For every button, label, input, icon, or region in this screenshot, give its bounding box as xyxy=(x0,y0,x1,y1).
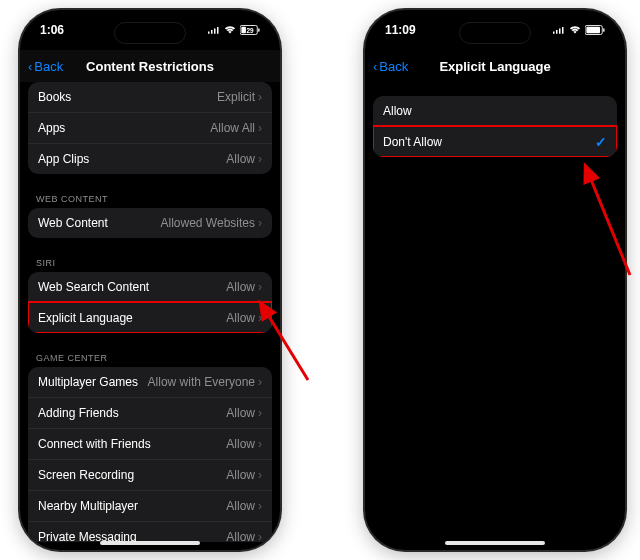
signal-icon xyxy=(208,25,220,35)
battery-icon xyxy=(585,25,605,35)
header-web-content: WEB CONTENT xyxy=(20,184,280,208)
phone-explicit-language: 11:09 ‹ Back Explicit Language Allow Don… xyxy=(365,10,625,550)
signal-icon xyxy=(553,25,565,35)
nav-title: Content Restrictions xyxy=(86,59,214,74)
back-label: Back xyxy=(379,59,408,74)
nav-bar: ‹ Back Content Restrictions xyxy=(20,50,280,82)
back-label: Back xyxy=(34,59,63,74)
option-allow[interactable]: Allow xyxy=(373,96,617,126)
row-private-messaging[interactable]: Private MessagingAllow› xyxy=(28,521,272,542)
row-nearby-multiplayer[interactable]: Nearby MultiplayerAllow› xyxy=(28,490,272,521)
home-indicator[interactable] xyxy=(445,541,545,545)
svg-text:29: 29 xyxy=(246,27,254,34)
chevron-right-icon: › xyxy=(258,437,262,451)
chevron-left-icon: ‹ xyxy=(28,59,32,74)
svg-rect-10 xyxy=(559,29,561,34)
row-books[interactable]: Books Explicit› xyxy=(28,82,272,112)
svg-rect-2 xyxy=(214,29,216,34)
row-connect-with-friends[interactable]: Connect with FriendsAllow› xyxy=(28,428,272,459)
wifi-icon xyxy=(569,25,581,35)
svg-rect-13 xyxy=(586,27,600,33)
chevron-right-icon: › xyxy=(258,280,262,294)
svg-rect-11 xyxy=(562,27,564,34)
chevron-right-icon: › xyxy=(258,468,262,482)
wifi-icon xyxy=(224,25,236,35)
chevron-left-icon: ‹ xyxy=(373,59,377,74)
chevron-right-icon: › xyxy=(258,406,262,420)
dynamic-island xyxy=(459,22,531,44)
svg-rect-1 xyxy=(211,30,213,34)
status-time: 1:06 xyxy=(40,23,64,37)
dynamic-island xyxy=(114,22,186,44)
chevron-right-icon: › xyxy=(258,90,262,104)
header-siri: SIRI xyxy=(20,248,280,272)
back-button[interactable]: ‹ Back xyxy=(373,59,408,74)
chevron-right-icon: › xyxy=(258,311,262,325)
header-game-center: GAME CENTER xyxy=(20,343,280,367)
group-siri: Web Search Content Allow› Explicit Langu… xyxy=(28,272,272,333)
group-explicit-options: Allow Don't Allow ✓ xyxy=(373,96,617,157)
chevron-right-icon: › xyxy=(258,121,262,135)
group-web-content: Web Content Allowed Websites› xyxy=(28,208,272,238)
group-game-center: Multiplayer GamesAllow with Everyone› Ad… xyxy=(28,367,272,542)
nav-title: Explicit Language xyxy=(439,59,550,74)
row-explicit-language[interactable]: Explicit Language Allow› xyxy=(28,302,272,333)
status-time: 11:09 xyxy=(385,23,416,37)
chevron-right-icon: › xyxy=(258,375,262,389)
phone-content-restrictions: 1:06 29 ‹ Back Content Restrictions Book… xyxy=(20,10,280,550)
svg-rect-5 xyxy=(241,27,246,33)
group-content-top: Books Explicit› Apps Allow All› App Clip… xyxy=(28,82,272,174)
settings-scroll[interactable]: Allow Don't Allow ✓ xyxy=(365,82,625,542)
svg-rect-8 xyxy=(553,32,555,34)
svg-rect-6 xyxy=(258,28,259,32)
svg-rect-14 xyxy=(603,28,604,32)
row-web-content[interactable]: Web Content Allowed Websites› xyxy=(28,208,272,238)
option-dont-allow[interactable]: Don't Allow ✓ xyxy=(373,126,617,157)
battery-icon: 29 xyxy=(240,25,260,35)
home-indicator[interactable] xyxy=(100,541,200,545)
chevron-right-icon: › xyxy=(258,530,262,542)
row-apps[interactable]: Apps Allow All› xyxy=(28,112,272,143)
chevron-right-icon: › xyxy=(258,499,262,513)
svg-rect-3 xyxy=(217,27,219,34)
svg-rect-9 xyxy=(556,30,558,34)
checkmark-icon: ✓ xyxy=(595,134,607,150)
back-button[interactable]: ‹ Back xyxy=(28,59,63,74)
row-multiplayer-games[interactable]: Multiplayer GamesAllow with Everyone› xyxy=(28,367,272,397)
nav-bar: ‹ Back Explicit Language xyxy=(365,50,625,82)
row-screen-recording[interactable]: Screen RecordingAllow› xyxy=(28,459,272,490)
row-web-search-content[interactable]: Web Search Content Allow› xyxy=(28,272,272,302)
chevron-right-icon: › xyxy=(258,216,262,230)
row-app-clips[interactable]: App Clips Allow› xyxy=(28,143,272,174)
chevron-right-icon: › xyxy=(258,152,262,166)
svg-rect-0 xyxy=(208,32,210,34)
settings-scroll[interactable]: Books Explicit› Apps Allow All› App Clip… xyxy=(20,82,280,542)
row-adding-friends[interactable]: Adding FriendsAllow› xyxy=(28,397,272,428)
